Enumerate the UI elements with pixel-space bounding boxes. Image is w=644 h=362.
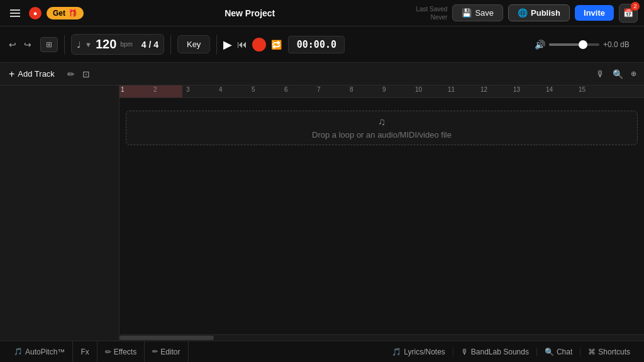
invite-button[interactable]: Invite <box>575 5 614 21</box>
play-button[interactable]: ▶ <box>223 38 232 52</box>
bandlab-sounds-button[interactable]: 🎙 BandLab Sounds <box>453 348 537 356</box>
ruler-mark-4: 4 <box>218 85 250 97</box>
ruler-mark-11: 11 <box>447 85 479 97</box>
save-btn-label: Save <box>475 8 494 18</box>
clip-button[interactable]: ⊞ <box>40 37 58 52</box>
drop-zone[interactable]: ♫ Drop a loop or an audio/MIDI/video fil… <box>126 111 638 145</box>
plus-icon: + <box>9 69 14 80</box>
project-title: New Project <box>225 8 275 18</box>
add-track-button[interactable]: + Add Track <box>5 66 58 82</box>
lyrics-button[interactable]: 🎵 Lyrics/Notes <box>384 348 453 356</box>
publish-globe-icon: 🌐 <box>518 8 528 18</box>
effects-icon: ✏ <box>105 348 111 356</box>
db-display: +0.0 dB <box>603 40 638 49</box>
ruler-mark-6: 6 <box>283 85 316 97</box>
hamburger-menu-button[interactable] <box>6 7 24 19</box>
bandlab-logo-mark: ● <box>29 7 42 19</box>
skip-back-button[interactable]: ⏮ <box>237 39 247 50</box>
ruler: 1 2 3 4 5 6 <box>119 85 644 98</box>
add-track-label: Add Track <box>18 69 55 79</box>
autopitch-button[interactable]: 🎵 AutoPitch™ <box>6 341 73 362</box>
timeline-area: 1 2 3 4 5 6 <box>119 85 644 341</box>
divider-3 <box>216 35 217 54</box>
fx-label: Fx <box>80 348 89 356</box>
right-track-icons: 🎙 🔍 ⊕ <box>594 67 639 82</box>
metronome-icon: ♩ <box>77 40 81 50</box>
notification-badge: 2 <box>631 2 640 11</box>
divider-2 <box>170 35 171 54</box>
zoom-out-button[interactable]: 🔍 <box>610 67 626 82</box>
last-saved-label: Last Saved <box>416 6 447 13</box>
top-bar: ● Get 🎁 New Project Last Saved Never 💾 S… <box>0 0 644 26</box>
chat-icon: 🔍 <box>545 348 554 356</box>
drop-zone-text: Drop a loop or an audio/MIDI/video file <box>312 130 452 140</box>
clip-icon: ⊞ <box>46 40 52 49</box>
effects-button[interactable]: ✏ Effects <box>97 341 145 362</box>
tempo-section: ♩ ▼ 120 bpm 4 / 4 <box>71 34 164 55</box>
main-area: 1 2 3 4 5 6 <box>0 85 644 341</box>
mic-button[interactable]: 🎙 <box>594 67 608 82</box>
select-tool-button[interactable]: ⊡ <box>80 67 92 82</box>
undo-redo-group: ↩ ↪ <box>6 37 34 52</box>
invite-btn-label: Invite <box>584 8 605 18</box>
editor-icon: ✏ <box>152 348 158 356</box>
ruler-mark-9: 9 <box>381 85 414 97</box>
ruler-mark-2: 2 <box>152 85 185 97</box>
time-display: 00:00.0 <box>288 36 345 53</box>
redo-button[interactable]: ↪ <box>21 37 34 52</box>
zoom-in-icon: ⊕ <box>631 70 636 78</box>
last-saved-value: Never <box>431 14 448 21</box>
ruler-mark-5: 5 <box>250 85 283 97</box>
key-button[interactable]: Key <box>177 35 210 53</box>
undo-button[interactable]: ↩ <box>6 37 19 52</box>
time-signature[interactable]: 4 / 4 <box>142 40 158 50</box>
hamburger-icon <box>10 9 20 17</box>
editor-label: Editor <box>160 348 180 356</box>
effects-label: Effects <box>114 348 136 356</box>
notification-button[interactable]: 📅 2 <box>619 4 638 23</box>
bottom-bar: 🎵 AutoPitch™ Fx ✏ Effects ✏ Editor 🎵 Lyr… <box>0 341 644 362</box>
editor-button[interactable]: ✏ Editor <box>145 341 188 362</box>
chat-button[interactable]: 🔍 Chat <box>537 348 580 356</box>
bandlab-sounds-icon: 🎙 <box>461 348 469 356</box>
music-note-icon: ♫ <box>378 116 386 128</box>
publish-button[interactable]: 🌐 Publish <box>508 4 570 21</box>
shortcuts-icon: ⌘ <box>588 348 596 356</box>
get-btn-icon: 🎁 <box>68 9 77 18</box>
fx-button[interactable]: Fx <box>73 341 97 362</box>
tempo-unit: bpm <box>120 41 132 48</box>
loop-icon: 🔁 <box>271 40 282 50</box>
save-disk-icon: 💾 <box>462 8 472 18</box>
loop-button[interactable]: 🔁 <box>271 40 282 50</box>
get-btn-label: Get <box>53 9 65 18</box>
volume-section: 🔊 +0.0 dB <box>535 40 638 50</box>
pencil-icon: ✏ <box>67 69 75 79</box>
ruler-mark-7: 7 <box>316 85 348 97</box>
shortcuts-label: Shortcuts <box>598 348 630 356</box>
tempo-dropdown-arrow[interactable]: ▼ <box>85 41 92 48</box>
lyrics-icon: 🎵 <box>392 348 401 356</box>
bottom-right: 🎵 Lyrics/Notes 🎙 BandLab Sounds 🔍 Chat ⌘… <box>384 348 638 356</box>
get-button[interactable]: Get 🎁 <box>47 7 84 19</box>
ruler-mark-1: 1 <box>119 85 152 97</box>
skip-back-icon: ⏮ <box>237 39 247 50</box>
record-button[interactable] <box>252 38 266 52</box>
save-button[interactable]: 💾 Save <box>452 4 503 21</box>
track-tool-icons: ✏ ⊡ <box>65 67 92 82</box>
top-bar-left: ● Get 🎁 <box>6 7 84 19</box>
volume-slider[interactable] <box>549 43 599 46</box>
shortcuts-button[interactable]: ⌘ Shortcuts <box>580 348 638 356</box>
redo-icon: ↪ <box>24 40 31 50</box>
drop-zone-container: ♫ Drop a loop or an audio/MIDI/video fil… <box>119 98 644 334</box>
tempo-value[interactable]: 120 <box>96 37 116 52</box>
track-controls-bar: + Add Track ✏ ⊡ 🎙 🔍 ⊕ <box>0 63 644 85</box>
autopitch-icon: 🎵 <box>14 348 23 356</box>
divider-1 <box>64 35 65 54</box>
zoom-in-button[interactable]: ⊕ <box>628 67 639 82</box>
chat-label: Chat <box>557 348 572 356</box>
bandlab-logo: ● <box>29 7 42 19</box>
key-label: Key <box>187 40 201 49</box>
ruler-mark-15: 15 <box>577 85 610 97</box>
timeline-scrollbar[interactable] <box>119 334 644 341</box>
pencil-tool-button[interactable]: ✏ <box>65 67 77 82</box>
